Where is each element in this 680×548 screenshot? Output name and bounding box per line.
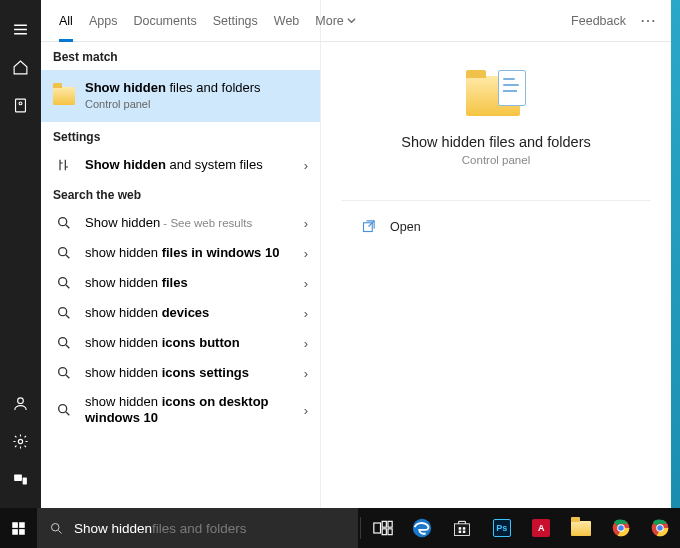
chevron-right-icon: › xyxy=(300,366,312,381)
result-label: show hidden icons on desktop windows 10 xyxy=(85,394,300,427)
section-settings: Settings xyxy=(41,122,320,150)
results-list: Best match Show hidden files and folders… xyxy=(41,0,321,508)
user-icon[interactable] xyxy=(0,384,41,422)
svg-point-1 xyxy=(19,101,22,104)
svg-point-2 xyxy=(18,397,24,403)
svg-rect-4 xyxy=(14,474,22,480)
search-icon xyxy=(53,365,75,381)
svg-point-6 xyxy=(59,218,67,226)
tab-documents[interactable]: Documents xyxy=(125,0,204,42)
search-icon xyxy=(53,275,75,291)
start-button[interactable] xyxy=(0,508,37,548)
acrobat-icon[interactable]: A xyxy=(522,508,562,548)
taskbar-divider xyxy=(360,517,361,539)
svg-point-8 xyxy=(59,278,67,286)
open-label: Open xyxy=(390,220,421,234)
result-web-item[interactable]: show hidden files › xyxy=(41,268,320,298)
explorer-icon[interactable] xyxy=(561,508,601,548)
edge-icon[interactable] xyxy=(403,508,443,548)
tab-all[interactable]: All xyxy=(51,0,81,42)
search-icon xyxy=(53,305,75,321)
tab-settings[interactable]: Settings xyxy=(205,0,266,42)
result-web-item[interactable]: show hidden files in windows 10 › xyxy=(41,238,320,268)
result-label: show hidden devices xyxy=(85,305,300,321)
search-icon xyxy=(53,402,75,418)
search-icon xyxy=(53,245,75,261)
preview-subtitle: Control panel xyxy=(341,154,651,166)
chevron-right-icon: › xyxy=(300,158,312,173)
svg-point-9 xyxy=(59,308,67,316)
svg-rect-26 xyxy=(459,527,462,530)
tab-web[interactable]: Web xyxy=(266,0,307,42)
svg-rect-19 xyxy=(374,523,381,533)
search-tabs: All Apps Documents Settings Web More Fee… xyxy=(41,0,671,42)
svg-rect-20 xyxy=(382,521,386,527)
preview-pane: Show hidden files and folders Control pa… xyxy=(321,0,671,508)
result-label: Show hidden - See web results xyxy=(85,215,300,231)
search-icon xyxy=(53,215,75,231)
search-typed: Show hidden xyxy=(74,521,152,536)
chrome-icon[interactable] xyxy=(640,508,680,548)
chrome-icon[interactable] xyxy=(601,508,641,548)
result-web-item[interactable]: show hidden icons settings › xyxy=(41,358,320,388)
svg-rect-27 xyxy=(463,527,466,530)
svg-point-35 xyxy=(657,525,663,531)
result-web-item[interactable]: show hidden icons button › xyxy=(41,328,320,358)
chevron-right-icon: › xyxy=(300,336,312,351)
svg-rect-16 xyxy=(12,529,18,535)
chevron-down-icon xyxy=(347,16,356,25)
chevron-right-icon: › xyxy=(300,216,312,231)
gear-icon[interactable] xyxy=(0,422,41,460)
chevron-right-icon: › xyxy=(300,306,312,321)
svg-rect-14 xyxy=(12,522,18,528)
svg-rect-5 xyxy=(23,477,27,484)
svg-rect-17 xyxy=(19,529,25,535)
notebook-icon[interactable] xyxy=(0,86,41,124)
search-input[interactable]: Show hidden files and folders xyxy=(37,508,358,548)
settings-item-icon xyxy=(53,157,75,173)
search-hint: files and folders xyxy=(152,521,247,536)
section-web: Search the web xyxy=(41,180,320,208)
tab-more[interactable]: More xyxy=(307,0,363,42)
svg-rect-15 xyxy=(19,522,25,528)
chevron-right-icon: › xyxy=(300,276,312,291)
tab-more-label: More xyxy=(315,14,343,28)
menu-icon[interactable] xyxy=(0,10,41,48)
result-label: show hidden icons button xyxy=(85,335,300,351)
feedback-link[interactable]: Feedback xyxy=(563,0,634,42)
photoshop-icon[interactable]: Ps xyxy=(482,508,522,548)
folder-icon xyxy=(53,87,75,105)
svg-point-12 xyxy=(59,405,67,413)
result-best-match[interactable]: Show hidden files and folders Control pa… xyxy=(41,70,320,122)
result-label: show hidden icons settings xyxy=(85,365,300,381)
svg-rect-21 xyxy=(388,521,392,527)
svg-rect-25 xyxy=(455,524,470,536)
task-view-icon[interactable] xyxy=(363,508,403,548)
tab-apps[interactable]: Apps xyxy=(81,0,126,42)
section-best-match: Best match xyxy=(41,42,320,70)
search-panel: All Apps Documents Settings Web More Fee… xyxy=(41,0,671,508)
result-label: Show hidden files and folders Control pa… xyxy=(85,80,308,112)
result-web-item[interactable]: Show hidden - See web results › xyxy=(41,208,320,238)
svg-point-32 xyxy=(618,525,624,531)
result-settings-item[interactable]: Show hidden and system files › xyxy=(41,150,320,180)
store-icon[interactable] xyxy=(442,508,482,548)
result-label: Show hidden and system files xyxy=(85,157,300,173)
preview-app-icon xyxy=(466,70,526,118)
open-action[interactable]: Open xyxy=(341,211,651,242)
chevron-right-icon: › xyxy=(300,403,312,418)
result-web-item[interactable]: show hidden icons on desktop windows 10 … xyxy=(41,388,320,433)
result-label: show hidden files in windows 10 xyxy=(85,245,300,261)
taskbar: Show hidden files and folders Ps A xyxy=(0,508,680,548)
open-icon xyxy=(361,219,376,234)
search-icon xyxy=(49,521,64,536)
result-web-item[interactable]: show hidden devices › xyxy=(41,298,320,328)
more-options-icon[interactable]: ⋯ xyxy=(634,11,663,30)
search-icon xyxy=(53,335,75,351)
home-icon[interactable] xyxy=(0,48,41,86)
svg-point-11 xyxy=(59,368,67,376)
svg-point-7 xyxy=(59,248,67,256)
devices-icon[interactable] xyxy=(0,460,41,498)
svg-point-3 xyxy=(18,439,22,443)
cortana-side-rail xyxy=(0,0,41,508)
